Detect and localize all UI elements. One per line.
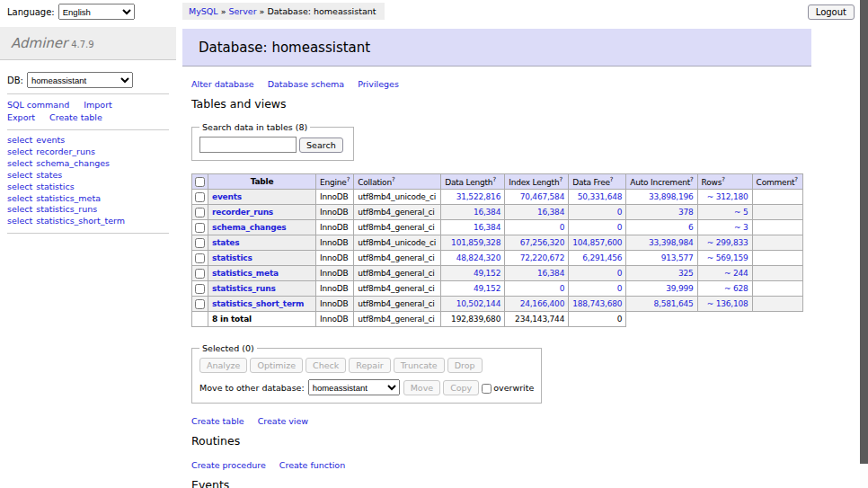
auto-increment-link[interactable]: 39,999: [666, 284, 693, 293]
create-function-link[interactable]: Create function: [279, 460, 345, 470]
data-length-link[interactable]: 49,152: [474, 269, 500, 278]
data-free-link[interactable]: 104,857,600: [572, 238, 622, 247]
sidebar-select-link-states[interactable]: select: [7, 170, 32, 180]
create-view-link[interactable]: Create view: [258, 416, 308, 426]
table-link-statistics-runs[interactable]: statistics_runs: [212, 284, 276, 293]
rows-link[interactable]: ~ 569,159: [707, 253, 748, 262]
data-free-link[interactable]: 0: [617, 269, 623, 278]
row-checkbox-recorder-runs[interactable]: [195, 208, 205, 217]
data-free-link[interactable]: 0: [617, 223, 623, 232]
db-select[interactable]: homeassistant: [27, 72, 133, 88]
data-free-link[interactable]: 0: [617, 284, 623, 293]
breadcrumb-link-server[interactable]: Server: [228, 6, 256, 16]
alter-database-link[interactable]: Alter database: [191, 79, 254, 89]
rows-link[interactable]: ~ 5: [734, 208, 748, 217]
row-checkbox-statistics[interactable]: [195, 253, 205, 263]
row-checkbox-schema-changes[interactable]: [195, 223, 205, 233]
auto-increment-link[interactable]: 33,398,984: [649, 238, 694, 247]
copy-button[interactable]: Copy: [443, 380, 479, 395]
auto-increment-link[interactable]: 325: [678, 269, 694, 278]
index-length-link[interactable]: 0: [560, 284, 565, 293]
data-length-link[interactable]: 16,384: [474, 208, 500, 217]
data-length-link[interactable]: 48,824,320: [456, 253, 501, 262]
rows-link[interactable]: ~ 244: [724, 269, 748, 278]
column-help-link[interactable]: ?: [347, 176, 350, 183]
sidebar-table-link-statistics-meta[interactable]: statistics_meta: [36, 193, 101, 203]
check-button[interactable]: Check: [306, 358, 346, 373]
sidebar-select-link-statistics-meta[interactable]: select: [7, 193, 32, 203]
table-link-states[interactable]: states: [212, 238, 239, 247]
sidebar-select-link-statistics-runs[interactable]: select: [7, 204, 32, 214]
index-length-link[interactable]: 0: [560, 223, 565, 232]
repair-button[interactable]: Repair: [349, 358, 390, 373]
overwrite-checkbox[interactable]: [482, 384, 492, 394]
search-button[interactable]: Search: [299, 138, 343, 153]
auto-increment-link[interactable]: 6: [688, 223, 694, 232]
truncate-button[interactable]: Truncate: [394, 358, 445, 373]
table-link-recorder-runs[interactable]: recorder_runs: [212, 208, 273, 217]
sidebar-table-link-statistics[interactable]: statistics: [36, 182, 74, 191]
column-help-link[interactable]: ?: [492, 176, 496, 183]
row-checkbox-statistics-meta[interactable]: [195, 269, 205, 279]
column-help-link[interactable]: ?: [392, 176, 395, 183]
index-length-link[interactable]: 24,166,400: [520, 299, 565, 308]
sidebar-item-sql-command[interactable]: SQL command: [7, 100, 69, 110]
optimize-button[interactable]: Optimize: [250, 358, 303, 373]
data-free-link[interactable]: 188,743,680: [572, 299, 622, 308]
table-link-statistics-short-term[interactable]: statistics_short_term: [212, 299, 304, 308]
privileges-link[interactable]: Privileges: [358, 79, 399, 89]
data-length-link[interactable]: 101,859,328: [451, 238, 500, 247]
sidebar-item-export[interactable]: Export: [7, 112, 35, 122]
auto-increment-link[interactable]: 378: [678, 208, 694, 217]
move-database-select[interactable]: homeassistant: [308, 379, 400, 395]
data-free-link[interactable]: 50,331,648: [578, 192, 623, 201]
index-length-link[interactable]: 70,467,584: [520, 192, 565, 201]
drop-button[interactable]: Drop: [447, 358, 483, 373]
column-help-link[interactable]: ?: [559, 176, 562, 183]
rows-link[interactable]: ~ 312,180: [707, 192, 748, 201]
column-help-link[interactable]: ?: [690, 176, 694, 183]
auto-increment-link[interactable]: 33,898,196: [649, 192, 694, 201]
database-schema-link[interactable]: Database schema: [268, 79, 344, 89]
auto-increment-link[interactable]: 913,577: [661, 253, 694, 262]
logout-button[interactable]: Logout: [808, 4, 855, 20]
language-select[interactable]: English: [58, 4, 135, 20]
sidebar-table-link-recorder-runs[interactable]: recorder_runs: [36, 146, 95, 156]
sidebar-item-create-table[interactable]: Create table: [49, 112, 102, 122]
row-checkbox-statistics-short-term[interactable]: [195, 299, 205, 309]
row-checkbox-statistics-runs[interactable]: [195, 284, 205, 294]
index-length-link[interactable]: 16,384: [537, 208, 564, 217]
index-length-link[interactable]: 16,384: [537, 269, 564, 278]
rows-link[interactable]: ~ 136,108: [707, 299, 748, 308]
table-link-events[interactable]: events: [212, 192, 242, 201]
sidebar-item-import[interactable]: Import: [84, 100, 112, 110]
create-table-link[interactable]: Create table: [191, 416, 244, 426]
sidebar-table-link-statistics-runs[interactable]: statistics_runs: [36, 204, 97, 214]
data-length-link[interactable]: 10,502,144: [456, 299, 501, 308]
data-length-link[interactable]: 16,384: [474, 223, 500, 232]
data-length-link[interactable]: 31,522,816: [456, 192, 501, 201]
sidebar-select-link-statistics-short-term[interactable]: select: [7, 216, 32, 226]
column-help-link[interactable]: ?: [794, 176, 798, 183]
breadcrumb-link-mysql[interactable]: MySQL: [189, 6, 218, 16]
sidebar-table-link-events[interactable]: events: [36, 135, 65, 145]
data-length-link[interactable]: 49,152: [474, 284, 500, 293]
rows-link[interactable]: ~ 628: [724, 284, 748, 293]
table-link-schema-changes[interactable]: schema_changes: [212, 223, 286, 232]
table-link-statistics-meta[interactable]: statistics_meta: [212, 269, 279, 278]
sidebar-table-link-statistics-short-term[interactable]: statistics_short_term: [36, 216, 125, 226]
vertical-scrollbar[interactable]: [860, 0, 868, 488]
create-procedure-link[interactable]: Create procedure: [191, 460, 266, 470]
auto-increment-link[interactable]: 8,581,645: [654, 299, 694, 308]
index-length-link[interactable]: 72,220,672: [520, 253, 565, 262]
move-button[interactable]: Move: [403, 380, 440, 395]
sidebar-table-link-schema-changes[interactable]: schema_changes: [36, 158, 110, 168]
search-input[interactable]: [199, 137, 297, 153]
data-free-link[interactable]: 0: [617, 208, 623, 217]
row-checkbox-states[interactable]: [195, 238, 205, 248]
table-link-statistics[interactable]: statistics: [212, 253, 252, 262]
sidebar-select-link-statistics[interactable]: select: [7, 182, 32, 191]
sidebar-table-link-states[interactable]: states: [36, 170, 62, 180]
column-help-link[interactable]: ?: [722, 176, 725, 183]
data-free-link[interactable]: 6,291,456: [582, 253, 622, 262]
